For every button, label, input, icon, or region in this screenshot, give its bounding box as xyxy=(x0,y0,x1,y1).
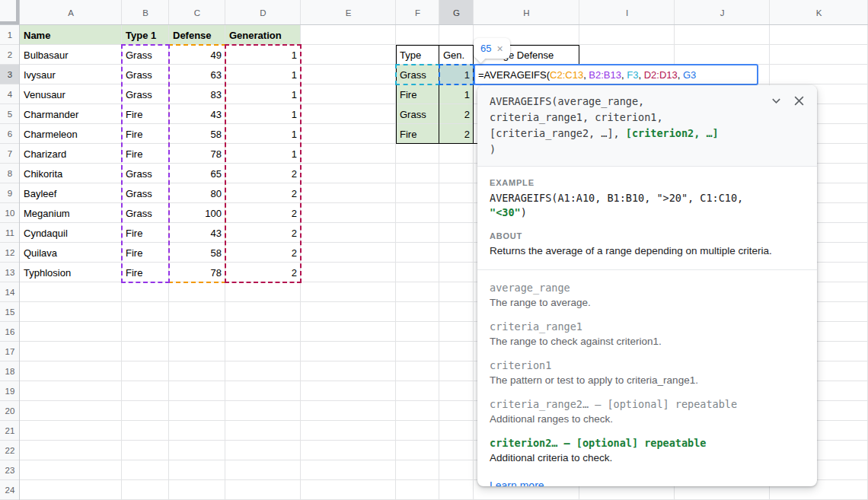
cell-A3[interactable]: Ivysaur xyxy=(20,65,122,84)
cell-D8[interactable]: 2 xyxy=(225,164,301,183)
cell-G6[interactable]: 2 xyxy=(439,124,474,144)
cell-G3[interactable]: 1 xyxy=(439,65,474,84)
cell-D10[interactable]: 2 xyxy=(225,203,301,223)
cell-B10[interactable]: Grass xyxy=(122,203,169,223)
cell-C8[interactable]: 65 xyxy=(169,164,225,183)
row-header-1[interactable]: 1 xyxy=(0,25,20,45)
chevron-down-icon[interactable] xyxy=(771,96,781,106)
row-header-20[interactable]: 20 xyxy=(0,401,20,421)
cell-D13[interactable]: 2 xyxy=(225,263,301,282)
row-header-11[interactable]: 11 xyxy=(0,223,20,243)
row-header-15[interactable]: 15 xyxy=(0,302,20,322)
row-header-5[interactable]: 5 xyxy=(0,104,20,124)
column-header-F[interactable]: F xyxy=(396,0,439,25)
row-header-7[interactable]: 7 xyxy=(0,144,20,164)
row-header-22[interactable]: 22 xyxy=(0,441,20,460)
row-header-18[interactable]: 18 xyxy=(0,361,20,381)
cell-C13[interactable]: 78 xyxy=(169,263,225,282)
row-header-21[interactable]: 21 xyxy=(0,421,20,441)
cell-B8[interactable]: Grass xyxy=(122,164,169,183)
cell-F2[interactable]: Type xyxy=(396,45,439,65)
cell-F6[interactable]: Fire xyxy=(396,124,439,144)
column-header-G[interactable]: G xyxy=(439,0,474,25)
cell-G5[interactable]: 2 xyxy=(439,104,474,124)
cell-B7[interactable]: Fire xyxy=(122,144,169,164)
cell-B4[interactable]: Grass xyxy=(122,84,169,104)
cell-F4[interactable]: Fire xyxy=(396,84,439,104)
cell-D9[interactable]: 2 xyxy=(225,183,301,203)
cell-D6[interactable]: 1 xyxy=(225,124,301,144)
formula-editor[interactable]: =AVERAGEIFS(C2:C13, B2:B13, F3, D2:D13, … xyxy=(474,64,758,85)
cell-D4[interactable]: 1 xyxy=(225,84,301,104)
cell-C1[interactable]: Defense xyxy=(169,25,225,45)
cell-A5[interactable]: Charmander xyxy=(20,104,122,124)
cell-B9[interactable]: Grass xyxy=(122,183,169,203)
cell-C12[interactable]: 58 xyxy=(169,243,225,263)
cell-G4[interactable]: 1 xyxy=(439,84,474,104)
row-header-4[interactable]: 4 xyxy=(0,84,20,104)
row-header-16[interactable]: 16 xyxy=(0,322,20,342)
close-icon[interactable] xyxy=(793,95,805,107)
column-header-C[interactable]: C xyxy=(169,0,225,25)
cell-F5[interactable]: Grass xyxy=(396,104,439,124)
cell-A12[interactable]: Quilava xyxy=(20,243,122,263)
column-header-J[interactable]: J xyxy=(675,0,770,25)
column-header-H[interactable]: H xyxy=(474,0,579,25)
close-icon[interactable]: × xyxy=(496,43,503,54)
cell-A8[interactable]: Chikorita xyxy=(20,164,122,183)
row-header-14[interactable]: 14 xyxy=(0,282,20,302)
cell-D5[interactable]: 1 xyxy=(225,104,301,124)
column-header-B[interactable]: B xyxy=(122,0,169,25)
row-header-19[interactable]: 19 xyxy=(0,381,20,401)
cell-D11[interactable]: 2 xyxy=(225,223,301,243)
cell-A2[interactable]: Bulbasaur xyxy=(20,45,122,65)
column-header-E[interactable]: E xyxy=(301,0,396,25)
cell-A7[interactable]: Charizard xyxy=(20,144,122,164)
cell-C9[interactable]: 80 xyxy=(169,183,225,203)
cell-A10[interactable]: Meganium xyxy=(20,203,122,223)
cell-C4[interactable]: 83 xyxy=(169,84,225,104)
cell-F3[interactable]: Grass xyxy=(396,65,439,84)
cell-C2[interactable]: 49 xyxy=(169,45,225,65)
cell-B2[interactable]: Grass xyxy=(122,45,169,65)
cell-D1[interactable]: Generation xyxy=(225,25,301,45)
cell-A13[interactable]: Typhlosion xyxy=(20,263,122,282)
cell-D3[interactable]: 1 xyxy=(225,65,301,84)
cell-G2[interactable]: Gen. xyxy=(439,45,474,65)
row-header-17[interactable]: 17 xyxy=(0,342,20,361)
row-header-9[interactable]: 9 xyxy=(0,183,20,203)
cell-B11[interactable]: Fire xyxy=(122,223,169,243)
row-header-23[interactable]: 23 xyxy=(0,460,20,480)
learn-more-link[interactable]: Learn more xyxy=(490,479,544,486)
cell-A9[interactable]: Bayleef xyxy=(20,183,122,203)
cell-A1[interactable]: Name xyxy=(20,25,122,45)
cell-D7[interactable]: 1 xyxy=(225,144,301,164)
column-header-K[interactable]: K xyxy=(770,0,868,25)
select-all-corner[interactable] xyxy=(0,0,20,25)
cell-A11[interactable]: Cyndaquil xyxy=(20,223,122,243)
cell-C6[interactable]: 58 xyxy=(169,124,225,144)
cell-C3[interactable]: 63 xyxy=(169,65,225,84)
row-header-2[interactable]: 2 xyxy=(0,45,20,65)
row-header-12[interactable]: 12 xyxy=(0,243,20,263)
cell-B12[interactable]: Fire xyxy=(122,243,169,263)
cell-D12[interactable]: 2 xyxy=(225,243,301,263)
row-header-6[interactable]: 6 xyxy=(0,124,20,144)
cell-B5[interactable]: Fire xyxy=(122,104,169,124)
row-header-8[interactable]: 8 xyxy=(0,164,20,183)
column-header-D[interactable]: D xyxy=(225,0,301,25)
cell-B6[interactable]: Fire xyxy=(122,124,169,144)
cell-A6[interactable]: Charmeleon xyxy=(20,124,122,144)
row-header-13[interactable]: 13 xyxy=(0,263,20,282)
cell-C10[interactable]: 100 xyxy=(169,203,225,223)
cell-B13[interactable]: Fire xyxy=(122,263,169,282)
cell-B1[interactable]: Type 1 xyxy=(122,25,169,45)
cell-B3[interactable]: Grass xyxy=(122,65,169,84)
row-header-24[interactable]: 24 xyxy=(0,480,20,500)
row-header-10[interactable]: 10 xyxy=(0,203,20,223)
cell-C5[interactable]: 43 xyxy=(169,104,225,124)
column-header-A[interactable]: A xyxy=(20,0,122,25)
column-header-I[interactable]: I xyxy=(579,0,675,25)
cell-D2[interactable]: 1 xyxy=(225,45,301,65)
cell-A4[interactable]: Venusaur xyxy=(20,84,122,104)
